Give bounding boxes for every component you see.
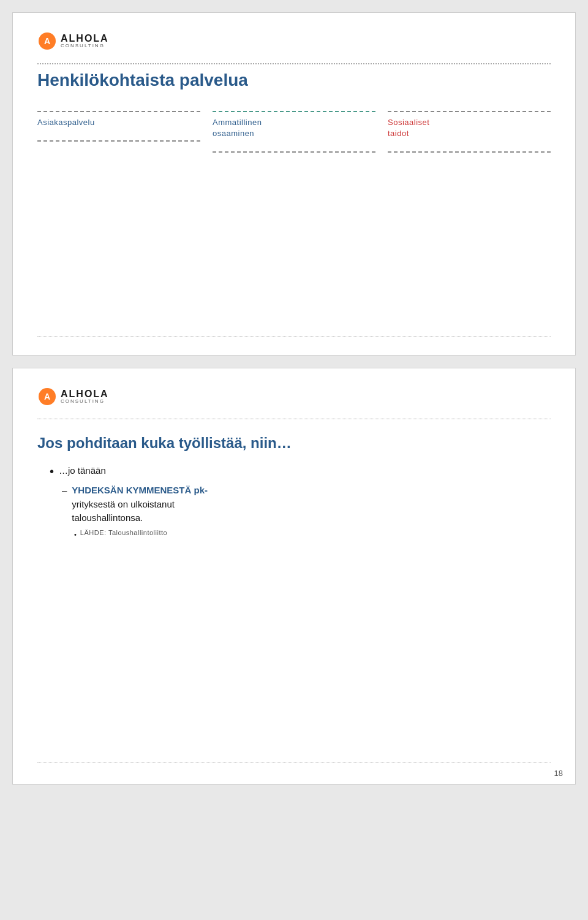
logo-text-2: ALHOLA CONSULTING (61, 389, 109, 404)
logo-area-slide1: A ALHOLA CONSULTING (37, 31, 551, 51)
slide-2: A ALHOLA CONSULTING Jos pohditaan kuka t… (12, 368, 576, 785)
slide1-bottom-line (37, 336, 551, 336)
sub-text-line1: YHDEKSÄN KYMMENESTÄ pk- (72, 485, 208, 495)
bullet-dot: • (50, 464, 54, 479)
slide-1: A ALHOLA CONSULTING Henkilökohtaista pal… (12, 12, 576, 355)
brand-name: ALHOLA (61, 34, 109, 44)
col1-dash-bottom (37, 140, 200, 142)
bullet-text: …jo tänään (59, 464, 106, 478)
dash-symbol: – (62, 484, 67, 498)
col3-label: Sosiaalisettaidot (388, 117, 551, 139)
col-3: Sosiaalisettaidot (388, 108, 551, 153)
col3-dash-bottom (388, 151, 551, 153)
slide1-title: Henkilökohtaista palvelua (37, 70, 551, 90)
source-item: • LÄHDE: Taloushallintoliitto (74, 529, 551, 538)
sub-text-line3: taloushallintonsa. (72, 512, 143, 523)
svg-text:A: A (44, 36, 50, 46)
sub-text-line2: yrityksestä on ulkoistanut (72, 499, 175, 509)
logo-text: ALHOLA CONSULTING (61, 34, 109, 48)
svg-text:A: A (44, 392, 50, 401)
col1-dash-top (37, 111, 200, 112)
sub-item-text-block: YHDEKSÄN KYMMENESTÄ pk- yrityksestä on u… (72, 484, 208, 525)
logo-area-slide2: A ALHOLA CONSULTING (37, 387, 551, 406)
main-bullet: • …jo tänään (50, 464, 551, 479)
source-bullet: • (74, 531, 77, 538)
sub-item-1: – YHDEKSÄN KYMMENESTÄ pk- yrityksestä on… (62, 484, 551, 525)
brand-sub: CONSULTING (61, 44, 109, 48)
col3-dash-top (388, 111, 551, 112)
slide2-title: Jos pohditaan kuka työllistää, niin… (37, 435, 551, 452)
source-text: LÄHDE: Taloushallintoliitto (80, 529, 167, 536)
slide2-bottom-divider (37, 762, 551, 762)
alhola-logo-icon: A (37, 31, 57, 51)
slide2-top-divider (37, 419, 551, 419)
col-2: Ammatillinenosaaminen (213, 108, 375, 153)
content-grid: Asiakaspalvelu Ammatillinenosaaminen Sos… (37, 108, 551, 153)
page-number: 18 (554, 769, 563, 778)
col2-label: Ammatillinenosaaminen (213, 117, 375, 139)
brand-sub-2: CONSULTING (61, 399, 109, 404)
col2-dash-top (213, 111, 375, 112)
alhola-logo-icon-2: A (37, 387, 57, 406)
col1-label: Asiakaspalvelu (37, 117, 200, 128)
col-1: Asiakaspalvelu (37, 108, 200, 153)
top-divider (37, 63, 551, 64)
col2-dash-bottom (213, 151, 375, 153)
brand-name-2: ALHOLA (61, 389, 109, 399)
